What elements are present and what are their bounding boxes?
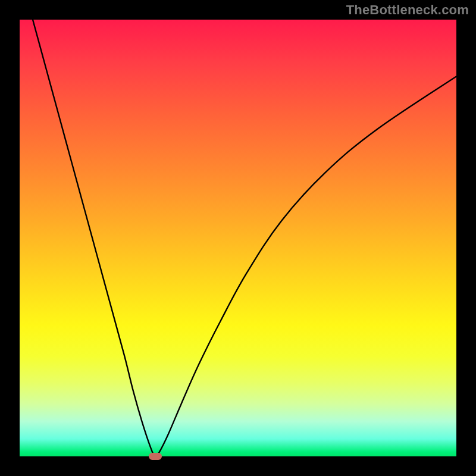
optimal-marker: [149, 453, 162, 460]
bottleneck-curve: [20, 20, 456, 456]
attribution-text: TheBottleneck.com: [346, 2, 469, 18]
frame: TheBottleneck.com: [0, 0, 476, 476]
plot-area: [20, 20, 456, 456]
